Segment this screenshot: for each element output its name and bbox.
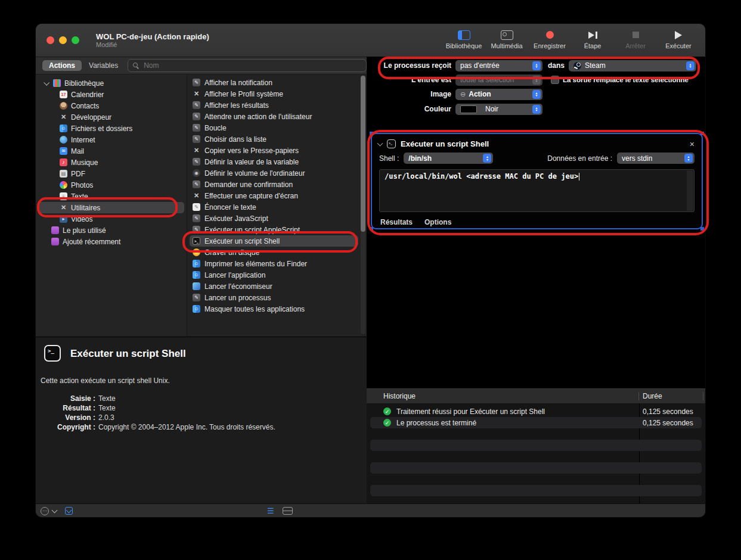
scrollbar-thumb[interactable] (361, 76, 365, 232)
close-icon[interactable]: × (690, 140, 695, 148)
action-item[interactable]: Afficher le Profil système (187, 88, 358, 99)
sidebar-item-bibliotheque[interactable]: Bibliothèque (36, 77, 187, 89)
popup-stepper-icon (686, 61, 695, 70)
options-button[interactable]: Options (424, 218, 451, 226)
sidebar-item-photos[interactable]: Photos (36, 179, 187, 191)
sidebar-item-mail[interactable]: Mail (36, 145, 187, 157)
log-rows-view-icon[interactable] (283, 507, 293, 515)
history-empty-row (370, 440, 702, 451)
log-list-view-icon[interactable] (267, 507, 274, 515)
sidebar-item-texte[interactable]: Texte (36, 191, 187, 202)
sidebar-item-videos[interactable]: Vidéos (36, 213, 187, 225)
utilities-icon (193, 192, 200, 200)
selection-handle[interactable] (370, 227, 373, 231)
minimize-window-button[interactable] (59, 36, 67, 44)
image-popup[interactable]: ⊖Action (455, 89, 542, 100)
scrollbar[interactable] (687, 170, 693, 211)
action-item[interactable]: Attendre une action de l'utilisateur (187, 111, 358, 122)
action-item[interactable]: Choisir dans la liste (187, 133, 358, 145)
history-row[interactable]: Traitement réussi pour Exécuter un scrip… (370, 406, 702, 417)
duration-column-header[interactable]: Durée (643, 392, 662, 400)
terminal-icon (193, 237, 200, 245)
action-item-shell-script[interactable]: Exécuter un script Shell (190, 235, 358, 247)
smart-filter-icon[interactable] (41, 507, 49, 515)
chevron-down-icon[interactable] (44, 80, 49, 86)
shell-script-action-panel: >_ Exécuter un script Shell × Shell : /b… (371, 133, 703, 229)
action-item[interactable]: Afficher les résultats (187, 99, 358, 111)
toolbar-stop-button: Arrêter (617, 30, 654, 51)
field-label: Version : (36, 413, 95, 422)
scrollbar[interactable] (361, 76, 365, 334)
process-input-popup[interactable]: pas d'entrée (455, 60, 542, 71)
sidebar-item-contacts[interactable]: Contacts (36, 100, 187, 111)
toolbar-media-label: Multimédia (491, 42, 522, 49)
color-popup[interactable]: Noir (455, 104, 542, 115)
close-window-button[interactable] (46, 36, 54, 44)
workflow-pane: Le processus reçoit pas d'entrée dans St… (367, 57, 705, 503)
shell-popup[interactable]: /bin/sh (404, 153, 493, 164)
toolbar-step-button[interactable]: Étape (574, 30, 611, 51)
action-item[interactable]: Définir le volume de l'ordinateur (187, 167, 358, 179)
sidebar-item-utilitaires[interactable]: Utilitaires (38, 202, 184, 213)
results-button[interactable]: Résultats (380, 218, 413, 226)
action-item[interactable]: Demander une confirmation (187, 179, 358, 190)
sidebar-item-ajoute-recemment[interactable]: Ajouté récemment (36, 236, 187, 247)
history-row[interactable]: Le processus est terminé 0,125 secondes (370, 417, 702, 428)
action-item[interactable]: Lancer l'économiseur (187, 281, 358, 292)
action-item[interactable]: Copier vers le Presse-papiers (187, 145, 358, 156)
selection-handle[interactable] (700, 227, 704, 231)
action-item[interactable]: Lancer un processus (187, 292, 358, 303)
search-field[interactable] (128, 59, 367, 72)
app-popup[interactable]: Steam (569, 60, 696, 71)
stdin-popup[interactable]: vers stdin (617, 153, 695, 164)
color-swatch (460, 105, 477, 113)
action-item[interactable]: Définir la valeur de la variable (187, 156, 358, 167)
step-icon (588, 32, 597, 39)
sidebar-item-pdf[interactable]: PDF (36, 168, 187, 179)
sidebar-item-developpeur[interactable]: Développeur (36, 111, 187, 123)
toolbar-library-button[interactable]: Bibliothèque (445, 30, 482, 51)
media-icon (501, 30, 513, 40)
terminal-icon: >_ (387, 139, 396, 148)
replace-text-checkbox[interactable] (551, 76, 559, 84)
toolbar-media-button[interactable]: Multimédia (488, 30, 525, 51)
workflow-popup-icon[interactable] (65, 507, 73, 515)
action-item[interactable]: Lancer l'application (187, 269, 358, 281)
action-item[interactable]: Effectuer une capture d'écran (187, 190, 358, 201)
sidebar-icon (458, 30, 470, 40)
action-item[interactable]: Graver un disque (187, 247, 358, 258)
action-item[interactable]: Imprimer les éléments du Finder (187, 258, 358, 269)
search-input[interactable] (142, 61, 362, 70)
selection-handle[interactable] (700, 132, 704, 135)
field-label: Saisie : (36, 394, 95, 403)
collapse-chevron-icon[interactable] (377, 140, 383, 146)
window-modified-status: Modifié (96, 41, 209, 49)
tab-actions[interactable]: Actions (42, 60, 82, 71)
action-item[interactable]: Exécuter un script AppleScript (187, 224, 358, 235)
sidebar-item-calendrier[interactable]: Calendrier (36, 89, 187, 100)
window-title: WOL PC-de-jeu (Action rapide) (96, 32, 209, 41)
toolbar-record-button[interactable]: Enregistrer (531, 30, 568, 51)
sidebar-item-musique[interactable]: Musique (36, 157, 187, 168)
toolbar-step-label: Étape (584, 42, 602, 49)
script-editor[interactable]: /usr/local/bin/wol <adresse MAC du PC de… (379, 169, 695, 212)
action-item[interactable]: Boucle (187, 122, 358, 133)
chevron-down-icon[interactable] (52, 507, 58, 513)
action-item[interactable]: Afficher la notification (187, 77, 358, 88)
finder-icon (193, 305, 200, 313)
zoom-window-button[interactable] (72, 36, 79, 44)
toolbar-record-label: Enregistrer (534, 42, 566, 49)
run-icon (675, 31, 682, 39)
burn-icon (193, 248, 200, 256)
popup-stepper-icon (532, 105, 541, 114)
sidebar-item-fichiers-dossiers[interactable]: Fichiers et dossiers (36, 123, 187, 134)
toolbar-run-button[interactable]: Exécuter (660, 30, 697, 51)
field-label: Copyright : (36, 422, 95, 432)
selection-handle[interactable] (370, 132, 373, 135)
sidebar-item-plus-utilise[interactable]: Le plus utilisé (36, 225, 187, 236)
sidebar-item-internet[interactable]: Internet (36, 134, 187, 145)
action-item[interactable]: Masquer toutes les applications (187, 303, 358, 315)
action-item[interactable]: Énoncer le texte (187, 201, 358, 213)
action-item[interactable]: Exécuter JavaScript (187, 213, 358, 224)
tab-variables[interactable]: Variables (89, 61, 118, 70)
